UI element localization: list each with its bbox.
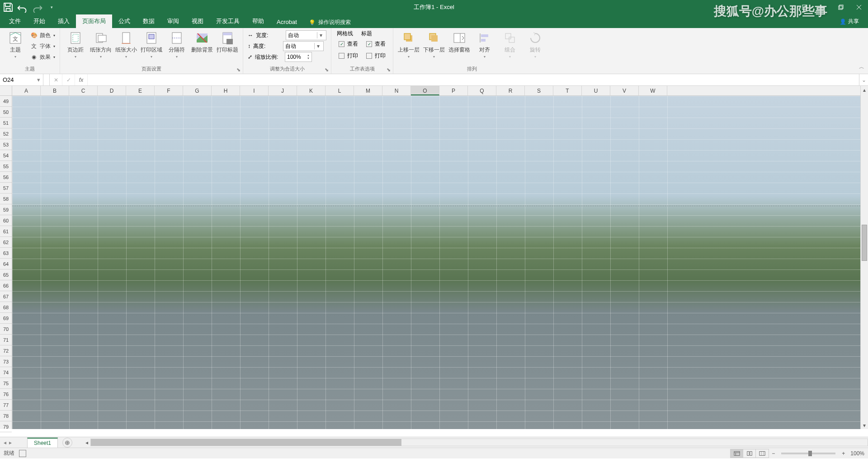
col-header-T[interactable]: T xyxy=(553,86,582,95)
sheet-nav[interactable]: ◂▸ xyxy=(0,439,27,446)
col-header-D[interactable]: D xyxy=(98,86,126,95)
row-header-72[interactable]: 72 xyxy=(0,345,12,356)
col-header-R[interactable]: R xyxy=(496,86,525,95)
headings-view-checkbox[interactable]: 查看 xyxy=(364,38,387,49)
row-header-69[interactable]: 69 xyxy=(0,313,12,324)
print-area-button[interactable]: 打印区域▾ xyxy=(139,30,164,60)
col-header-U[interactable]: U xyxy=(582,86,610,95)
col-header-C[interactable]: C xyxy=(69,86,98,95)
col-header-Q[interactable]: Q xyxy=(468,86,496,95)
vertical-scrollbar[interactable]: ▴ ▾ xyxy=(860,86,868,429)
tab-acrobat[interactable]: Acrobat xyxy=(270,16,303,28)
expand-formula-bar[interactable]: ⌄ xyxy=(859,74,868,85)
row-header-68[interactable]: 68 xyxy=(0,302,12,313)
row-header-49[interactable]: 49 xyxy=(0,96,12,107)
name-box[interactable]: O24▾ xyxy=(0,74,43,85)
tab-data[interactable]: 数据 xyxy=(137,14,161,28)
save-button[interactable] xyxy=(3,2,14,13)
ribbon-display-options-button[interactable] xyxy=(796,0,814,14)
col-header-I[interactable]: I xyxy=(240,86,269,95)
row-header-66[interactable]: 66 xyxy=(0,280,12,291)
headings-print-checkbox[interactable]: 打印 xyxy=(364,50,387,61)
bring-forward-button[interactable]: 上移一层▾ xyxy=(396,30,421,60)
tab-file[interactable]: 文件 xyxy=(3,14,27,28)
row-header-50[interactable]: 50 xyxy=(0,107,12,118)
col-header-J[interactable]: J xyxy=(269,86,297,95)
row-header-57[interactable]: 57 xyxy=(0,183,12,194)
row-header-55[interactable]: 55 xyxy=(0,161,12,172)
col-header-F[interactable]: F xyxy=(155,86,183,95)
row-header-51[interactable]: 51 xyxy=(0,118,12,128)
enter-button[interactable]: ✓ xyxy=(62,74,75,85)
maximize-button[interactable] xyxy=(832,0,850,14)
theme-fonts-button[interactable]: 文字体▾ xyxy=(28,41,57,52)
undo-button[interactable] xyxy=(17,2,28,13)
tell-me-search[interactable]: 💡 操作说明搜索 xyxy=(303,17,356,28)
row-header-63[interactable]: 63 xyxy=(0,248,12,259)
gridlines-view-checkbox[interactable]: 查看 xyxy=(337,38,360,49)
row-header-62[interactable]: 62 xyxy=(0,237,12,248)
fx-button[interactable]: fx xyxy=(75,74,88,85)
row-header-59[interactable]: 59 xyxy=(0,204,12,215)
theme-effects-button[interactable]: ◉效果▾ xyxy=(28,52,57,62)
zoom-slider[interactable] xyxy=(781,453,835,454)
col-header-G[interactable]: G xyxy=(183,86,212,95)
row-header-73[interactable]: 73 xyxy=(0,356,12,367)
height-combo[interactable]: 自动▾ xyxy=(283,41,324,51)
scale-launcher[interactable]: ⬊ xyxy=(324,67,329,72)
row-header-54[interactable]: 54 xyxy=(0,150,12,161)
cancel-button[interactable]: ✕ xyxy=(50,74,62,85)
background-button[interactable]: 删除背景 xyxy=(189,30,215,55)
row-header-60[interactable]: 60 xyxy=(0,215,12,226)
page-layout-view-button[interactable] xyxy=(743,449,756,458)
qat-customize-button[interactable]: ▾ xyxy=(46,2,57,13)
size-button[interactable]: 纸张大小▾ xyxy=(113,30,139,60)
page-break-view-button[interactable] xyxy=(756,449,769,458)
row-header-64[interactable]: 64 xyxy=(0,259,12,269)
cells-area[interactable] xyxy=(12,96,860,429)
add-sheet-button[interactable]: ⊕ xyxy=(62,438,72,448)
row-header-52[interactable]: 52 xyxy=(0,128,12,139)
col-header-W[interactable]: W xyxy=(639,86,667,95)
col-header-H[interactable]: H xyxy=(212,86,240,95)
row-header-58[interactable]: 58 xyxy=(0,194,12,204)
row-header-70[interactable]: 70 xyxy=(0,324,12,335)
row-header-74[interactable]: 74 xyxy=(0,367,12,378)
selection-pane-button[interactable]: 选择窗格 xyxy=(447,30,472,55)
tab-view[interactable]: 视图 xyxy=(185,14,210,28)
col-header-V[interactable]: V xyxy=(610,86,639,95)
col-header-S[interactable]: S xyxy=(525,86,553,95)
align-button[interactable]: 对齐▾ xyxy=(472,30,497,60)
row-header-71[interactable]: 71 xyxy=(0,335,12,345)
themes-button[interactable]: 文 主题▾ xyxy=(3,30,28,60)
normal-view-button[interactable] xyxy=(731,449,743,458)
rotate-button[interactable]: 旋转▾ xyxy=(523,30,548,60)
col-header-M[interactable]: M xyxy=(354,86,382,95)
row-header-65[interactable]: 65 xyxy=(0,269,12,280)
scale-spinner[interactable]: 100%▲▼ xyxy=(285,52,312,62)
tab-insert[interactable]: 插入 xyxy=(52,14,76,28)
tab-page-layout[interactable]: 页面布局 xyxy=(76,14,112,28)
row-header-56[interactable]: 56 xyxy=(0,172,12,183)
col-header-N[interactable]: N xyxy=(382,86,411,95)
row-header-76[interactable]: 76 xyxy=(0,389,12,400)
tab-review[interactable]: 审阅 xyxy=(161,14,185,28)
row-header-67[interactable]: 67 xyxy=(0,291,12,302)
share-button[interactable]: 👤 共享 xyxy=(840,18,859,28)
row-header-75[interactable]: 75 xyxy=(0,378,12,389)
print-titles-button[interactable]: 打印标题 xyxy=(215,30,240,55)
gridlines-print-checkbox[interactable]: 打印 xyxy=(337,50,360,61)
tab-developer[interactable]: 开发工具 xyxy=(210,14,246,28)
macro-record-icon[interactable] xyxy=(19,450,26,457)
theme-colors-button[interactable]: 🎨颜色▾ xyxy=(28,30,57,41)
col-header-A[interactable]: A xyxy=(12,86,41,95)
minimize-button[interactable] xyxy=(814,0,832,14)
tab-help[interactable]: 帮助 xyxy=(246,14,270,28)
tab-home[interactable]: 开始 xyxy=(27,14,52,28)
collapse-ribbon-button[interactable]: ︿ xyxy=(859,63,864,71)
group-button[interactable]: 组合▾ xyxy=(497,30,523,60)
col-header-B[interactable]: B xyxy=(41,86,69,95)
col-header-O[interactable]: O xyxy=(411,86,439,95)
col-header-K[interactable]: K xyxy=(297,86,326,95)
tab-formulas[interactable]: 公式 xyxy=(112,14,137,28)
